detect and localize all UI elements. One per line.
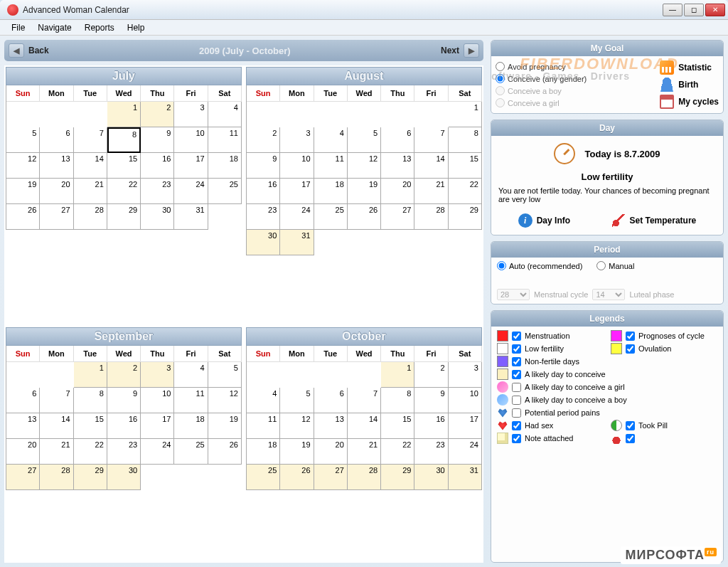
next-button[interactable]: Next ▶ — [441, 43, 479, 58]
cycle-length-select[interactable]: 28 — [497, 289, 530, 300]
calendar-day[interactable]: 27 — [40, 204, 73, 230]
calendar-day[interactable]: 14 — [40, 413, 73, 439]
calendar-day[interactable]: 6 — [381, 127, 414, 153]
close-button[interactable]: ✕ — [705, 4, 725, 16]
calendar-day[interactable]: 10 — [280, 153, 314, 179]
calendar-day[interactable]: 7 — [348, 388, 381, 413]
calendar-day[interactable]: 13 — [381, 153, 414, 179]
calendar-day[interactable]: 14 — [414, 153, 448, 179]
calendar-day[interactable]: 31 — [174, 204, 208, 230]
calendar-day[interactable]: 17 — [174, 153, 208, 179]
calendar-day[interactable]: 10 — [174, 127, 208, 153]
calendar-day[interactable]: 13 — [314, 413, 348, 439]
calendar-day[interactable]: 14 — [348, 413, 381, 439]
menu-file[interactable]: File — [6, 21, 31, 34]
legend-item[interactable]: A likely day to conceive — [497, 369, 717, 380]
calendar-day[interactable]: 9 — [414, 388, 448, 413]
legend-item[interactable]: Potential period pains — [497, 407, 717, 418]
calendar-day[interactable]: 19 — [280, 439, 314, 465]
menu-navigate[interactable]: Navigate — [32, 21, 77, 34]
goal-link-birth[interactable]: Birth — [660, 78, 698, 92]
legend-item[interactable]: Had sex — [497, 420, 604, 431]
calendar-day[interactable]: 15 — [74, 413, 107, 439]
menu-reports[interactable]: Reports — [79, 21, 120, 34]
back-button[interactable]: ◀ Back — [9, 43, 49, 58]
period-auto-radio[interactable]: Auto (recommended) — [497, 261, 582, 270]
calendar-day[interactable]: 18 — [247, 439, 280, 465]
goal-link-my-cycles[interactable]: My cycles — [660, 95, 719, 109]
calendar-day[interactable]: 23 — [141, 179, 174, 204]
calendar-day[interactable]: 24 — [141, 439, 174, 465]
calendar-day[interactable]: 12 — [208, 388, 242, 413]
legend-item[interactable]: Non-fertile days — [497, 356, 717, 367]
calendar-day[interactable]: 7 — [40, 388, 73, 413]
minimize-button[interactable]: — — [663, 4, 682, 16]
calendar-day[interactable]: 25 — [174, 439, 208, 465]
calendar-day[interactable]: 22 — [381, 439, 414, 465]
calendar-day[interactable]: 13 — [6, 413, 40, 439]
calendar-day[interactable]: 8 — [107, 127, 141, 153]
calendar-day[interactable]: 9 — [247, 153, 280, 179]
calendar-day[interactable]: 20 — [40, 179, 73, 204]
calendar-day[interactable]: 1 — [107, 102, 141, 127]
calendar-day[interactable]: 22 — [449, 179, 482, 204]
calendar-day[interactable]: 26 — [348, 204, 381, 230]
calendar-day[interactable]: 30 — [141, 204, 174, 230]
calendar-day[interactable]: 3 — [449, 362, 482, 388]
calendar-day[interactable]: 12 — [6, 153, 40, 179]
calendar-day[interactable]: 29 — [449, 204, 482, 230]
calendar-day[interactable]: 5 — [6, 127, 40, 153]
calendar-day[interactable]: 15 — [107, 153, 141, 179]
calendar-day[interactable]: 11 — [314, 153, 348, 179]
calendar-day[interactable]: 21 — [414, 179, 448, 204]
calendar-day[interactable]: 16 — [141, 153, 174, 179]
calendar-day[interactable]: 30 — [107, 465, 141, 490]
calendar-day[interactable]: 16 — [414, 413, 448, 439]
calendar-day[interactable]: 17 — [141, 413, 174, 439]
calendar-day[interactable]: 5 — [208, 362, 242, 388]
legend-item[interactable]: Took Pill — [611, 420, 717, 431]
calendar-day[interactable]: 2 — [247, 127, 280, 153]
calendar-day[interactable]: 13 — [40, 153, 73, 179]
calendar-day[interactable]: 22 — [74, 439, 107, 465]
legend-item[interactable]: A likely day to conceive a girl — [497, 381, 717, 393]
calendar-day[interactable]: 15 — [381, 413, 414, 439]
calendar-day[interactable]: 23 — [107, 439, 141, 465]
goal-link-statistic[interactable]: Statistic — [660, 60, 712, 75]
luteal-length-select[interactable]: 14 — [592, 289, 625, 300]
calendar-day[interactable]: 1 — [74, 362, 107, 388]
calendar-day[interactable]: 27 — [314, 465, 348, 490]
calendar-day[interactable]: 28 — [40, 465, 73, 490]
calendar-day[interactable]: 12 — [348, 153, 381, 179]
maximize-button[interactable]: ◻ — [684, 4, 704, 16]
calendar-day[interactable]: 21 — [40, 439, 73, 465]
calendar-day[interactable]: 29 — [107, 204, 141, 230]
calendar-day[interactable]: 26 — [208, 439, 242, 465]
calendar-day[interactable]: 18 — [314, 179, 348, 204]
calendar-day[interactable]: 9 — [107, 388, 141, 413]
calendar-day[interactable]: 29 — [381, 465, 414, 490]
calendar-day[interactable]: 6 — [40, 127, 73, 153]
calendar-day[interactable]: 2 — [107, 362, 141, 388]
calendar-day[interactable]: 18 — [208, 153, 242, 179]
calendar-day[interactable]: 26 — [6, 204, 40, 230]
calendar-day[interactable]: 8 — [449, 127, 482, 153]
calendar-day[interactable]: 25 — [314, 204, 348, 230]
calendar-day[interactable]: 11 — [174, 388, 208, 413]
calendar-day[interactable]: 5 — [280, 388, 314, 413]
calendar-day[interactable]: 12 — [280, 413, 314, 439]
calendar-day[interactable]: 28 — [348, 465, 381, 490]
calendar-day[interactable]: 30 — [247, 230, 280, 255]
calendar-day[interactable]: 25 — [208, 179, 242, 204]
calendar-day[interactable]: 31 — [449, 465, 482, 490]
calendar-day[interactable]: 3 — [141, 362, 174, 388]
calendar-day[interactable]: 2 — [414, 362, 448, 388]
calendar-day[interactable]: 28 — [414, 204, 448, 230]
calendar-day[interactable]: 20 — [314, 439, 348, 465]
calendar-day[interactable]: 2 — [141, 102, 174, 127]
calendar-day[interactable]: 6 — [314, 388, 348, 413]
calendar-day[interactable]: 21 — [348, 439, 381, 465]
calendar-day[interactable]: 3 — [174, 102, 208, 127]
calendar-day[interactable]: 4 — [174, 362, 208, 388]
calendar-day[interactable]: 27 — [381, 204, 414, 230]
